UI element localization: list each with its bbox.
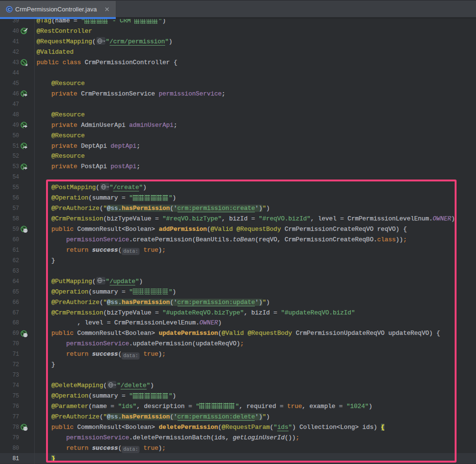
svg-text:C: C [8, 7, 11, 12]
